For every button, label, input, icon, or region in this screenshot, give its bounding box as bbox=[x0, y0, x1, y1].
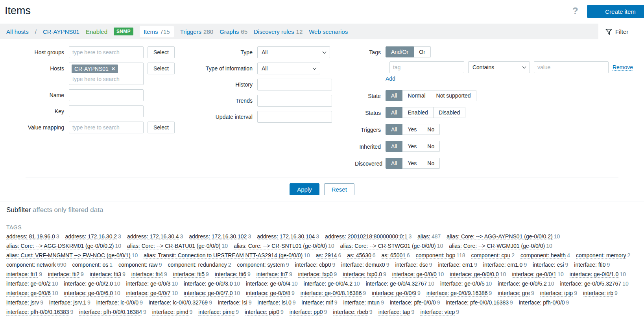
inherited-yes-button[interactable]: Yes bbox=[402, 141, 422, 152]
trends-input[interactable] bbox=[257, 95, 332, 107]
subfilter-tag-link[interactable]: interface: lc-0/0/0 bbox=[96, 299, 138, 306]
tab-web-scenarios-label[interactable]: Web scenarios bbox=[309, 28, 348, 35]
triggers-all-button[interactable]: All bbox=[386, 124, 403, 135]
subfilter-tag-link[interactable]: interface: lsi bbox=[218, 299, 247, 306]
subfilter-tag-link[interactable]: alias: Core: --> AGG-DSKRM01 (ge-0/0/0.2… bbox=[6, 243, 114, 249]
help-icon[interactable]: ? bbox=[572, 6, 578, 17]
tag-operator-select[interactable]: Contains bbox=[468, 61, 530, 73]
tag-name-input[interactable] bbox=[389, 61, 464, 73]
subfilter-tag-link[interactable]: interface: ge-0/0/5 bbox=[440, 280, 485, 287]
subfilter-tag-link[interactable]: address: 81.19.96.0 bbox=[6, 233, 55, 240]
type-select[interactable]: All bbox=[257, 46, 330, 58]
state-normal-button[interactable]: Normal bbox=[402, 90, 431, 101]
tab-items[interactable]: Items 715 bbox=[140, 26, 174, 37]
subfilter-tag-link[interactable]: interface: ge-0/0/4 bbox=[246, 280, 290, 287]
subfilter-tag-link[interactable]: interface: fti2 bbox=[48, 271, 79, 278]
subfilter-tag-link[interactable]: component: health bbox=[520, 252, 566, 259]
subfilter-tag-link[interactable]: interface: irb bbox=[583, 290, 613, 297]
subfilter-tag-link[interactable]: interface: pfh-0/0/0.16383 bbox=[6, 309, 69, 315]
subfilter-tag-link[interactable]: interface: vtep bbox=[420, 309, 455, 315]
subfilter-tag-link[interactable]: interface: mif bbox=[302, 299, 333, 306]
subfilter-tag-link[interactable]: interface: fti3 bbox=[90, 271, 121, 278]
subfilter-tag-link[interactable]: component: network bbox=[6, 262, 56, 268]
status-all-button[interactable]: All bbox=[386, 107, 403, 118]
tab-graphs-label[interactable]: Graphs bbox=[220, 28, 239, 35]
subfilter-tag-link[interactable]: interface: tap bbox=[378, 309, 410, 315]
filter-tab[interactable]: Filter bbox=[598, 24, 644, 39]
tag-add-link[interactable]: Add bbox=[386, 76, 395, 82]
subfilter-tag-link[interactable]: as: 65001 bbox=[382, 252, 406, 259]
hosts-select-button[interactable]: Select bbox=[148, 63, 175, 74]
subfilter-tag-link[interactable]: interface: pfh-0/0/0.16384 bbox=[79, 309, 142, 315]
subfilter-tag-link[interactable]: interface: cbp0 bbox=[295, 262, 331, 268]
subfilter-tag-link[interactable]: interface: pp0 bbox=[290, 309, 323, 315]
value-mapping-select-button[interactable]: Select bbox=[148, 122, 175, 133]
update-interval-input[interactable] bbox=[257, 111, 332, 123]
inherited-all-button[interactable]: All bbox=[386, 141, 403, 152]
discovered-no-button[interactable]: No bbox=[422, 158, 440, 169]
subfilter-tag-link[interactable]: interface: em1.0 bbox=[483, 262, 522, 268]
subfilter-tag-link[interactable]: interface: demux0 bbox=[341, 262, 385, 268]
subfilter-tag-link[interactable]: interface: mtun bbox=[343, 299, 380, 306]
subfilter-tag-link[interactable]: interface: ge-0/0/1.0 bbox=[570, 271, 619, 278]
subfilter-tag-link[interactable]: interface: lsi.0 bbox=[257, 299, 291, 306]
discovered-yes-button[interactable]: Yes bbox=[402, 158, 422, 169]
tab-discovery-rules[interactable]: Discovery rules 12 bbox=[254, 28, 303, 35]
subfilter-tag-link[interactable]: interface: fti5 bbox=[173, 271, 205, 278]
subfilter-tag-link[interactable]: interface: jsrv.1 bbox=[49, 299, 86, 306]
inherited-no-button[interactable]: No bbox=[422, 141, 440, 152]
subfilter-tag-link[interactable]: interface: ge-0/0/5.32767 bbox=[560, 280, 621, 287]
subfilter-tag-link[interactable]: interface: ge-0/0/4.2 bbox=[304, 280, 353, 287]
create-item-button[interactable]: Create item bbox=[587, 5, 644, 18]
state-not-supported-button[interactable]: Not supported bbox=[431, 90, 476, 101]
host-groups-input[interactable] bbox=[69, 46, 144, 58]
status-enabled-button[interactable]: Enabled bbox=[402, 107, 433, 118]
subfilter-tag-link[interactable]: alias: bbox=[417, 233, 430, 240]
subfilter-tag-link[interactable]: component: bgp bbox=[416, 252, 455, 259]
subfilter-tag-link[interactable]: interface: ge-0/0/2.0 bbox=[64, 280, 113, 287]
apply-button[interactable]: Apply bbox=[290, 183, 319, 195]
subfilter-tag-link[interactable]: interface: ge-0/0/9 bbox=[372, 290, 416, 297]
triggers-no-button[interactable]: No bbox=[422, 124, 440, 135]
subfilter-tag-link[interactable]: interface: ge-0/0/6 bbox=[6, 290, 51, 297]
subfilter-tag-link[interactable]: interface: pime bbox=[198, 309, 234, 315]
subfilter-tag-link[interactable]: address: 172.16.30.2 bbox=[65, 233, 117, 240]
subfilter-tag-link[interactable]: address: 20010218:80000000:0:1 bbox=[325, 233, 407, 240]
tab-items-label[interactable]: Items bbox=[144, 28, 158, 35]
subfilter-tag-link[interactable]: interface: ge-0/0/3 bbox=[126, 280, 171, 287]
subfilter-tag-link[interactable]: interface: ge-0/0/5.2 bbox=[498, 280, 547, 287]
subfilter-tag-link[interactable]: interface: ge-0/0/7.0 bbox=[184, 290, 233, 297]
subfilter-tag-link[interactable]: address: 172.16.30.4 bbox=[127, 233, 179, 240]
value-mapping-input[interactable] bbox=[69, 122, 144, 133]
tab-web-scenarios[interactable]: Web scenarios bbox=[309, 28, 348, 35]
subfilter-tag-link[interactable]: component: os bbox=[72, 262, 108, 268]
subfilter-tag-link[interactable]: interface: ge-0/0/7 bbox=[126, 290, 171, 297]
tab-triggers[interactable]: Triggers 280 bbox=[180, 28, 214, 35]
subfilter-tag-link[interactable]: address: 172.16.30.104 bbox=[257, 233, 315, 240]
subfilter-tag-link[interactable]: interface: gre bbox=[498, 290, 530, 297]
subfilter-tag-link[interactable]: interface: jsrv bbox=[6, 299, 39, 306]
subfilter-tag-link[interactable]: interface: ge-0/0/8 bbox=[246, 290, 290, 297]
key-input[interactable] bbox=[69, 105, 144, 117]
name-input[interactable] bbox=[69, 89, 144, 101]
subfilter-tag-link[interactable]: component: memory bbox=[576, 252, 626, 259]
tags-operator-andor-button[interactable]: And/Or bbox=[386, 46, 414, 57]
subfilter-tag-link[interactable]: interface: ge-0/0/9.16386 bbox=[426, 290, 488, 297]
subfilter-tag-link[interactable]: address: 172.16.30.102 bbox=[189, 233, 247, 240]
reset-button[interactable]: Reset bbox=[324, 183, 354, 195]
subfilter-tag-link[interactable]: interface: fti1 bbox=[6, 271, 38, 278]
subfilter-tag-link[interactable]: interface: rbeb bbox=[333, 309, 368, 315]
subfilter-tag-link[interactable]: interface: ge-0/0/3.0 bbox=[184, 280, 233, 287]
subfilter-tag-link[interactable]: interface: ge-0/0/6.0 bbox=[64, 290, 113, 297]
subfilter-tag-link[interactable]: alias: Core: --> CR-SNTL01 (ge-0/0/0) bbox=[234, 243, 327, 249]
subfilter-tag-link[interactable]: alias: Cust: VRF-MNGMNT --> FW-NOC (ge-0… bbox=[6, 252, 131, 259]
subfilter-tag-link[interactable]: alias: Core: --> CR-STWG01 (ge-0/0/0) bbox=[340, 243, 436, 249]
subfilter-tag-link[interactable]: interface: ge-0/0/1 bbox=[512, 271, 556, 278]
breadcrumb-host[interactable]: CR-AYPNS01 bbox=[43, 28, 79, 35]
subfilter-tag-link[interactable]: interface: ge-0/0/2 bbox=[6, 280, 51, 287]
tag-value-input[interactable] bbox=[534, 61, 609, 73]
subfilter-tag-link[interactable]: interface: fti4 bbox=[131, 271, 163, 278]
subfilter-tag-link[interactable]: component: cpu bbox=[471, 252, 511, 259]
subfilter-tag-link[interactable]: interface: pfe-0/0/0 bbox=[390, 299, 436, 306]
subfilter-tag-link[interactable]: interface: fti7 bbox=[256, 271, 288, 278]
